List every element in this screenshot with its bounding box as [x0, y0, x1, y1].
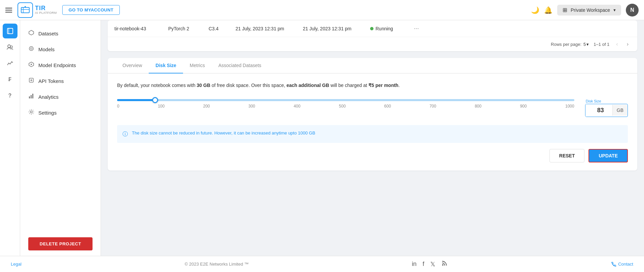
disk-size-input-group: Disk Size GB — [585, 99, 628, 117]
sidebar-item-models[interactable]: Models — [20, 41, 101, 57]
avatar[interactable]: N — [626, 4, 639, 17]
dark-mode-icon[interactable]: 🌙 — [531, 6, 539, 14]
disk-size-input-wrap: GB — [585, 104, 628, 117]
models-icon — [28, 46, 34, 53]
workspace-label: Private Workspace — [571, 7, 610, 13]
sidebar-item-label: Model Endpoints — [38, 62, 76, 68]
sidebar-item-label: Datasets — [38, 31, 58, 36]
svg-point-24 — [442, 264, 443, 266]
svg-point-6 — [563, 10, 565, 12]
sidebar-icon-analytics[interactable] — [3, 56, 17, 71]
notebook-plan: C3.4 — [209, 26, 236, 31]
rows-chevron-icon: ▾ — [586, 42, 589, 47]
notebook-status: Running — [370, 26, 414, 31]
logo-icon — [17, 2, 33, 18]
workspace-button[interactable]: Private Workspace ▼ — [557, 5, 621, 16]
sidebar-item-settings[interactable]: Settings — [20, 105, 101, 121]
disk-size-input[interactable] — [585, 104, 612, 117]
twitter-icon[interactable]: 𝕏 — [430, 261, 435, 268]
logo-area: TIR AI PLATFORM — [17, 2, 57, 18]
logo-sub: AI PLATFORM — [35, 11, 57, 15]
tab-overview[interactable]: Overview — [116, 58, 149, 73]
slider-labels: 0 100 200 300 400 500 600 700 800 900 10… — [117, 104, 574, 109]
disk-description: By default, your notebook comes with 30 … — [117, 82, 628, 90]
notebook-framework: PyTorch 2 — [168, 26, 209, 31]
disk-size-row: 0 100 200 300 400 500 600 700 800 900 10… — [117, 99, 628, 117]
tab-disk-size[interactable]: Disk Size — [149, 58, 183, 73]
running-dot-icon — [370, 27, 373, 30]
linkedin-icon[interactable]: in — [412, 261, 417, 268]
sidebar-icon-team[interactable] — [3, 40, 17, 55]
workspace-icon — [562, 7, 568, 13]
header-left: TIR AI PLATFORM GO TO MYACCOUNT — [5, 2, 120, 18]
tab-associated-datasets[interactable]: Associated Datasets — [212, 58, 268, 73]
hamburger-icon[interactable] — [5, 8, 12, 12]
main-layout: ₣ ? Datasets Models Model Endpoints — [0, 20, 644, 256]
pagination-next-button[interactable]: › — [625, 40, 631, 48]
delete-project-button[interactable]: DELETE PROJECT — [28, 237, 93, 250]
sidebar-item-label: Settings — [38, 110, 57, 116]
table-footer: Rows per page: 5 ▾ 1–1 of 1 ‹ › — [108, 37, 637, 51]
rows-per-page-select[interactable]: 5 ▾ — [583, 42, 589, 47]
svg-point-7 — [565, 10, 567, 12]
info-text: The disk size cannot be reduced in futur… — [132, 130, 315, 137]
sidebar-item-datasets[interactable]: Datasets — [20, 26, 101, 41]
svg-marker-12 — [29, 30, 34, 35]
reset-button[interactable]: RESET — [549, 149, 585, 162]
sidebar-item-label: Analytics — [38, 94, 59, 100]
header: TIR AI PLATFORM GO TO MYACCOUNT 🌙 🔔 Priv… — [0, 0, 644, 20]
per-gb-label: each additional GB — [286, 83, 329, 88]
go-myaccount-button[interactable]: GO TO MYACCOUNT — [62, 5, 120, 15]
sidebar-item-label: Models — [38, 47, 55, 52]
svg-rect-21 — [31, 95, 32, 98]
model-endpoints-icon — [28, 61, 34, 69]
disk-section: Overview Disk Size Metrics Associated Da… — [108, 58, 637, 171]
content-area: tir-notebook-43 PyTorch 2 C3.4 21 July, … — [101, 20, 644, 256]
svg-rect-8 — [7, 28, 13, 34]
sidebar-icon-billing[interactable]: ₣ — [3, 72, 17, 87]
svg-point-14 — [31, 48, 32, 50]
row-actions-button[interactable]: ··· — [414, 25, 431, 32]
header-right: 🌙 🔔 Private Workspace ▼ N — [531, 4, 639, 17]
notebook-updated-at: 21 July, 2023 12:31 pm — [303, 26, 370, 31]
footer-legal-link[interactable]: Legal — [11, 262, 22, 267]
sidebar-nav: Datasets Models Model Endpoints API Toke… — [20, 20, 101, 256]
workspace-chevron-icon: ▼ — [613, 8, 616, 12]
update-button[interactable]: UPDATE — [588, 149, 628, 162]
settings-icon — [28, 109, 34, 117]
tabs-bar: Overview Disk Size Metrics Associated Da… — [108, 58, 637, 73]
notebook-created-at: 21 July, 2023 12:31 pm — [236, 26, 303, 31]
notebook-name: tir-notebook-43 — [114, 26, 168, 31]
analytics-icon — [28, 93, 34, 101]
free-disk-size-label: 30 GB — [197, 83, 210, 88]
tab-metrics[interactable]: Metrics — [183, 58, 212, 73]
rss-icon[interactable] — [441, 260, 448, 268]
svg-rect-0 — [21, 7, 29, 13]
slider-thumb[interactable] — [152, 97, 158, 103]
phone-icon — [611, 262, 616, 267]
slider-track — [117, 99, 574, 101]
sidebar-item-label: API Tokens — [38, 78, 64, 84]
facebook-icon[interactable]: f — [423, 261, 424, 268]
sidebar-icon-help[interactable]: ? — [3, 88, 17, 103]
sidebar-icon-notebooks[interactable] — [3, 24, 17, 38]
sidebar-item-analytics[interactable]: Analytics — [20, 89, 101, 105]
sidebar-item-model-endpoints[interactable]: Model Endpoints — [20, 57, 101, 73]
notebooks-table: tir-notebook-43 PyTorch 2 C3.4 21 July, … — [108, 20, 637, 51]
svg-point-10 — [8, 45, 10, 48]
price-label: ₹5 per month — [368, 83, 398, 88]
footer-contact-link[interactable]: Contact — [611, 262, 633, 267]
pagination-prev-button[interactable]: ‹ — [614, 40, 620, 48]
slider-container: 0 100 200 300 400 500 600 700 800 900 10… — [117, 99, 574, 114]
svg-point-11 — [10, 46, 12, 48]
footer-social: in f 𝕏 — [412, 260, 448, 268]
svg-rect-22 — [32, 94, 33, 98]
notifications-icon[interactable]: 🔔 — [544, 6, 552, 14]
svg-point-13 — [29, 47, 33, 51]
footer: Legal © 2023 E2E Networks Limited ™ in f… — [0, 256, 644, 272]
svg-point-23 — [30, 111, 32, 113]
svg-point-5 — [565, 8, 567, 10]
table-row: tir-notebook-43 PyTorch 2 C3.4 21 July, … — [108, 20, 637, 37]
sidebar-item-api-tokens[interactable]: API Tokens — [20, 73, 101, 89]
api-tokens-icon — [28, 77, 34, 85]
